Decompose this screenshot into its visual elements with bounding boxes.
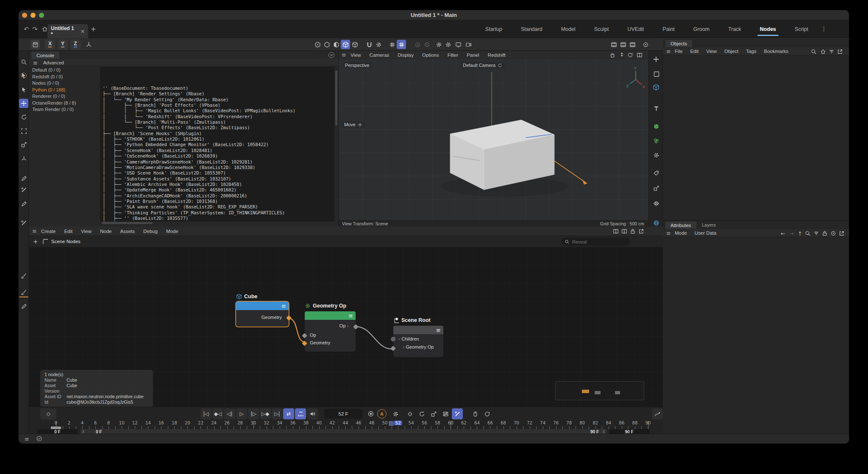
cells-icon[interactable] (651, 136, 661, 146)
objects-search-icon[interactable] (811, 49, 817, 55)
transport-button[interactable]: ◁| (224, 408, 235, 419)
console-vertical-scrollbar[interactable] (335, 70, 337, 125)
sketch-pen-tool-icon[interactable] (19, 199, 28, 208)
move-tool-icon[interactable] (19, 99, 28, 108)
node-editor-menu-item[interactable]: Edit (60, 229, 77, 234)
ruler-frame-label[interactable]: 18 (172, 421, 177, 425)
transport-button[interactable]: ▷ (236, 408, 247, 419)
node-editor-menu-item[interactable]: View (77, 229, 96, 234)
viewport-menu-item[interactable]: Cameras (365, 53, 394, 58)
frame-tool-icon[interactable] (19, 126, 28, 136)
add-graph-button[interactable]: + (33, 238, 38, 245)
select-cursor-tool-icon[interactable] (19, 85, 28, 94)
attributes-lock-icon[interactable] (822, 230, 828, 237)
node-graph-canvas[interactable]: Cube ≡ Geometry Geometry Op ≡ Op › Op Ge… (29, 247, 663, 407)
split-view-icon[interactable] (637, 52, 643, 59)
node-editor-menu-item[interactable]: Create (37, 229, 60, 234)
key-scale-button[interactable] (428, 408, 439, 419)
ruler-frame-label[interactable]: 44 (343, 421, 348, 425)
layers-tab[interactable]: Layers (702, 222, 716, 227)
ink-pen-tool-icon[interactable] (19, 302, 28, 311)
viewport-menu-item[interactable]: Panel (462, 53, 483, 58)
graph-tab-label[interactable]: Scene Nodes (51, 239, 81, 244)
node-editor-menu-item[interactable]: Assets (116, 229, 139, 234)
node-search-box[interactable] (561, 238, 630, 246)
fcurve-editor-button[interactable] (652, 408, 663, 419)
ruler-frame-label[interactable]: 62 (461, 421, 467, 425)
attributes-up-icon[interactable]: ↑ (798, 230, 802, 237)
console-channel[interactable]: OctaneRender (8 / 8) (32, 100, 108, 107)
save-layout-film-icon[interactable] (618, 40, 628, 49)
geometry-op-node[interactable]: ≡ Op › Op Geometry (305, 311, 356, 352)
console-tab[interactable]: Console (31, 52, 59, 59)
objects-external-icon[interactable] (837, 49, 843, 55)
ruler-frame-label[interactable]: 8 (107, 421, 110, 425)
record-button[interactable] (365, 408, 376, 419)
layout-tab[interactable]: Sculpt (585, 20, 618, 38)
geometry-op-node-header[interactable]: ≡ (305, 311, 356, 320)
ruler-frame-label[interactable]: 64 (474, 421, 480, 425)
ruler-frame-label[interactable]: 56 (422, 421, 427, 425)
console-channel[interactable]: Renderer (0 / 0) (32, 93, 108, 100)
sound-toggle-button[interactable] (307, 408, 318, 419)
console-output[interactable]: '' (BaseDocument: Tbasedocument)├── [Bra… (100, 67, 334, 222)
texture-mode-icon[interactable] (350, 40, 359, 49)
ruler-frame-label[interactable]: 86 (619, 421, 625, 425)
workplane-gear-icon[interactable] (374, 40, 383, 49)
ruler-frame-label[interactable]: 70 (514, 421, 519, 425)
ruler-frame-label[interactable]: 46 (356, 421, 362, 425)
node-editor-hamburger-icon[interactable]: ≡ (32, 228, 37, 234)
settings-gear-icon[interactable] (443, 40, 453, 49)
objects-menu-item[interactable]: Object (721, 49, 742, 54)
key-rotation-button[interactable] (416, 408, 427, 419)
external-window-icon[interactable] (638, 228, 644, 235)
grid-icon[interactable] (387, 40, 397, 49)
live-selection-tool-icon[interactable] (19, 71, 28, 80)
layout-tab[interactable]: UVEdit (618, 20, 653, 38)
ruler-frame-label[interactable]: 16 (159, 421, 164, 425)
search-tool-icon[interactable] (19, 57, 28, 67)
node-minimap[interactable] (555, 381, 644, 400)
scene-root-children-port[interactable] (391, 337, 395, 341)
ruler-frame-label[interactable]: 68 (501, 421, 506, 425)
objects-filter-icon[interactable] (829, 49, 835, 55)
ruler-frame-label[interactable]: 6 (94, 421, 97, 425)
snap-grid-icon[interactable] (397, 40, 406, 49)
dim-pen-tool-icon[interactable] (19, 218, 28, 227)
lock-icon[interactable] (630, 228, 636, 235)
console-advanced-menu[interactable]: Advanced (43, 60, 64, 65)
objects-menu-item[interactable]: Tags (742, 49, 760, 54)
mirror-icon[interactable] (651, 198, 661, 208)
rotate-tool-icon[interactable] (19, 112, 28, 122)
rotate-circle-button[interactable] (481, 408, 492, 419)
autokey-button[interactable]: A (377, 409, 387, 419)
attributes-back-icon[interactable]: ← (781, 230, 785, 237)
console-channel[interactable]: Team Render (0 / 0) (32, 106, 108, 113)
viewport-canvas[interactable]: Perspective Default Camera Move Y X (339, 59, 648, 220)
ruler-frame-label[interactable]: 82 (593, 421, 598, 425)
ruler-frame-label[interactable]: 4 (81, 421, 83, 425)
attributes-menu-item[interactable]: Mode (671, 230, 691, 236)
range-bar-left-grip[interactable] (83, 430, 84, 433)
ruler-current-frame-label[interactable]: 52 (394, 421, 402, 425)
clear-console-icon[interactable]: × (328, 52, 334, 58)
gear-asset-icon[interactable] (651, 150, 661, 160)
transform-icon[interactable] (651, 54, 661, 64)
console-channel[interactable]: Default (0 / 0) (32, 67, 108, 74)
cube-asset-icon[interactable] (651, 82, 661, 92)
scene-root-geometry-op-row[interactable]: › Geometry Op (403, 344, 434, 350)
sphere-asset-icon[interactable] (651, 121, 661, 131)
simulate-icon[interactable] (313, 40, 322, 49)
key-parameters-button[interactable] (440, 408, 451, 419)
layout-tab[interactable]: Startup (476, 20, 512, 38)
objects-menu-item[interactable]: File (671, 49, 687, 54)
library-film-icon[interactable] (609, 40, 618, 49)
viewport-box-icon[interactable] (453, 40, 463, 49)
orbit-circle-icon[interactable] (627, 52, 633, 59)
layout-tab[interactable]: Groom (684, 20, 719, 38)
axis-y-button[interactable]: Y (58, 39, 68, 50)
document-tab[interactable]: Untitled 1 * × (47, 24, 88, 38)
transport-button[interactable]: |▷ (248, 408, 259, 419)
scene-root-node-menu-icon[interactable]: ≡ (436, 327, 441, 333)
viewport-menu-item[interactable]: View (346, 53, 365, 58)
